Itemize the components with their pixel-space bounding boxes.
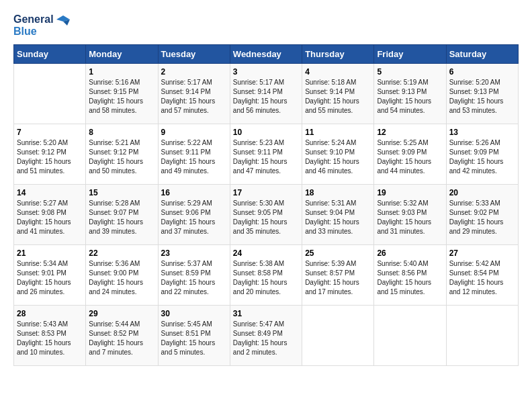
day-info: Sunrise: 5:17 AMSunset: 9:14 PMDaylight:… xyxy=(161,78,227,116)
weekday-header-wednesday: Wednesday xyxy=(230,44,302,63)
calendar-cell: 31Sunrise: 5:47 AMSunset: 8:49 PMDayligh… xyxy=(230,305,302,365)
day-info: Sunrise: 5:29 AMSunset: 9:06 PMDaylight:… xyxy=(161,199,227,236)
day-number: 7 xyxy=(17,128,83,137)
day-info: Sunrise: 5:18 AMSunset: 9:14 PMDaylight:… xyxy=(305,78,371,116)
calendar-cell: 19Sunrise: 5:32 AMSunset: 9:03 PMDayligh… xyxy=(374,184,446,244)
day-number: 29 xyxy=(89,309,154,318)
calendar-cell xyxy=(302,305,374,365)
calendar-cell: 16Sunrise: 5:29 AMSunset: 9:06 PMDayligh… xyxy=(158,184,230,244)
day-info: Sunrise: 5:16 AMSunset: 9:15 PMDaylight:… xyxy=(89,78,154,116)
day-number: 8 xyxy=(89,128,154,137)
calendar-cell: 15Sunrise: 5:28 AMSunset: 9:07 PMDayligh… xyxy=(86,184,158,244)
day-number: 10 xyxy=(233,128,299,137)
calendar-week-row: 14Sunrise: 5:27 AMSunset: 9:08 PMDayligh… xyxy=(14,184,519,244)
day-info: Sunrise: 5:27 AMSunset: 9:08 PMDaylight:… xyxy=(17,199,83,236)
day-info: Sunrise: 5:32 AMSunset: 9:03 PMDaylight:… xyxy=(377,199,443,236)
day-number: 17 xyxy=(233,188,299,197)
calendar-cell xyxy=(446,305,518,365)
day-number: 5 xyxy=(377,67,443,77)
calendar-cell: 4Sunrise: 5:18 AMSunset: 9:14 PMDaylight… xyxy=(302,63,374,124)
calendar-cell: 27Sunrise: 5:42 AMSunset: 8:54 PMDayligh… xyxy=(446,244,518,305)
day-number: 23 xyxy=(161,248,227,258)
logo-bird-icon xyxy=(55,13,70,26)
logo-text-blue: Blue xyxy=(13,26,70,38)
day-info: Sunrise: 5:38 AMSunset: 8:58 PMDaylight:… xyxy=(233,259,299,297)
day-info: Sunrise: 5:39 AMSunset: 8:57 PMDaylight:… xyxy=(305,259,371,297)
day-number: 2 xyxy=(161,67,227,77)
calendar-week-row: 7Sunrise: 5:20 AMSunset: 9:12 PMDaylight… xyxy=(14,124,519,184)
day-info: Sunrise: 5:20 AMSunset: 9:12 PMDaylight:… xyxy=(17,138,83,176)
day-info: Sunrise: 5:25 AMSunset: 9:09 PMDaylight:… xyxy=(377,138,443,176)
calendar-cell: 18Sunrise: 5:31 AMSunset: 9:04 PMDayligh… xyxy=(302,184,374,244)
day-number: 25 xyxy=(305,248,371,258)
calendar-cell: 21Sunrise: 5:34 AMSunset: 9:01 PMDayligh… xyxy=(14,244,86,305)
day-info: Sunrise: 5:45 AMSunset: 8:51 PMDaylight:… xyxy=(161,320,227,357)
day-info: Sunrise: 5:17 AMSunset: 9:14 PMDaylight:… xyxy=(233,78,299,116)
day-number: 6 xyxy=(449,67,515,77)
day-number: 28 xyxy=(17,309,83,318)
day-number: 26 xyxy=(377,248,443,258)
day-number: 3 xyxy=(233,67,299,77)
calendar-cell: 23Sunrise: 5:37 AMSunset: 8:59 PMDayligh… xyxy=(158,244,230,305)
day-number: 21 xyxy=(17,248,83,258)
day-info: Sunrise: 5:20 AMSunset: 9:13 PMDaylight:… xyxy=(449,78,515,116)
calendar-cell: 13Sunrise: 5:26 AMSunset: 9:09 PMDayligh… xyxy=(446,124,518,184)
day-number: 12 xyxy=(377,128,443,137)
day-info: Sunrise: 5:40 AMSunset: 8:56 PMDaylight:… xyxy=(377,259,443,297)
calendar-cell: 12Sunrise: 5:25 AMSunset: 9:09 PMDayligh… xyxy=(374,124,446,184)
weekday-header-tuesday: Tuesday xyxy=(158,44,230,63)
day-info: Sunrise: 5:37 AMSunset: 8:59 PMDaylight:… xyxy=(161,259,227,297)
calendar-cell: 11Sunrise: 5:24 AMSunset: 9:10 PMDayligh… xyxy=(302,124,374,184)
day-number: 9 xyxy=(161,128,227,137)
day-number: 27 xyxy=(449,248,515,258)
calendar-cell: 17Sunrise: 5:30 AMSunset: 9:05 PMDayligh… xyxy=(230,184,302,244)
calendar-cell: 22Sunrise: 5:36 AMSunset: 9:00 PMDayligh… xyxy=(86,244,158,305)
day-info: Sunrise: 5:19 AMSunset: 9:13 PMDaylight:… xyxy=(377,78,443,116)
day-number: 1 xyxy=(89,67,154,77)
day-info: Sunrise: 5:21 AMSunset: 9:12 PMDaylight:… xyxy=(89,138,154,176)
calendar-cell: 6Sunrise: 5:20 AMSunset: 9:13 PMDaylight… xyxy=(446,63,518,124)
logo-text-general: General xyxy=(13,13,54,26)
calendar-cell xyxy=(374,305,446,365)
day-number: 18 xyxy=(305,188,371,197)
calendar-cell: 3Sunrise: 5:17 AMSunset: 9:14 PMDaylight… xyxy=(230,63,302,124)
day-info: Sunrise: 5:36 AMSunset: 9:00 PMDaylight:… xyxy=(89,259,154,297)
day-info: Sunrise: 5:26 AMSunset: 9:09 PMDaylight:… xyxy=(449,138,515,176)
calendar-cell: 26Sunrise: 5:40 AMSunset: 8:56 PMDayligh… xyxy=(374,244,446,305)
calendar-cell: 28Sunrise: 5:43 AMSunset: 8:53 PMDayligh… xyxy=(14,305,86,365)
calendar-cell: 30Sunrise: 5:45 AMSunset: 8:51 PMDayligh… xyxy=(158,305,230,365)
calendar-cell: 14Sunrise: 5:27 AMSunset: 9:08 PMDayligh… xyxy=(14,184,86,244)
weekday-header-saturday: Saturday xyxy=(446,44,518,63)
day-number: 24 xyxy=(233,248,299,258)
day-number: 4 xyxy=(305,67,371,77)
day-info: Sunrise: 5:31 AMSunset: 9:04 PMDaylight:… xyxy=(305,199,371,236)
calendar-cell: 9Sunrise: 5:22 AMSunset: 9:11 PMDaylight… xyxy=(158,124,230,184)
weekday-header-thursday: Thursday xyxy=(302,44,374,63)
day-number: 31 xyxy=(233,309,299,318)
day-info: Sunrise: 5:30 AMSunset: 9:05 PMDaylight:… xyxy=(233,199,299,236)
calendar-week-row: 28Sunrise: 5:43 AMSunset: 8:53 PMDayligh… xyxy=(14,305,519,365)
day-info: Sunrise: 5:44 AMSunset: 8:52 PMDaylight:… xyxy=(89,320,154,357)
calendar-cell: 29Sunrise: 5:44 AMSunset: 8:52 PMDayligh… xyxy=(86,305,158,365)
day-info: Sunrise: 5:22 AMSunset: 9:11 PMDaylight:… xyxy=(161,138,227,176)
calendar-week-row: 1Sunrise: 5:16 AMSunset: 9:15 PMDaylight… xyxy=(14,63,519,124)
day-info: Sunrise: 5:24 AMSunset: 9:10 PMDaylight:… xyxy=(305,138,371,176)
calendar-cell: 7Sunrise: 5:20 AMSunset: 9:12 PMDaylight… xyxy=(14,124,86,184)
day-info: Sunrise: 5:28 AMSunset: 9:07 PMDaylight:… xyxy=(89,199,154,236)
day-number: 14 xyxy=(17,188,83,197)
calendar-cell: 25Sunrise: 5:39 AMSunset: 8:57 PMDayligh… xyxy=(302,244,374,305)
day-number: 13 xyxy=(449,128,515,137)
calendar-cell: 8Sunrise: 5:21 AMSunset: 9:12 PMDaylight… xyxy=(86,124,158,184)
calendar-cell: 2Sunrise: 5:17 AMSunset: 9:14 PMDaylight… xyxy=(158,63,230,124)
calendar-cell: 20Sunrise: 5:33 AMSunset: 9:02 PMDayligh… xyxy=(446,184,518,244)
day-number: 22 xyxy=(89,248,154,258)
day-info: Sunrise: 5:43 AMSunset: 8:53 PMDaylight:… xyxy=(17,320,83,357)
day-number: 15 xyxy=(89,188,154,197)
day-info: Sunrise: 5:34 AMSunset: 9:01 PMDaylight:… xyxy=(17,259,83,297)
day-number: 11 xyxy=(305,128,371,137)
calendar-cell: 5Sunrise: 5:19 AMSunset: 9:13 PMDaylight… xyxy=(374,63,446,124)
calendar-week-row: 21Sunrise: 5:34 AMSunset: 9:01 PMDayligh… xyxy=(14,244,519,305)
day-number: 19 xyxy=(377,188,443,197)
day-number: 20 xyxy=(449,188,515,197)
day-number: 30 xyxy=(161,309,227,318)
